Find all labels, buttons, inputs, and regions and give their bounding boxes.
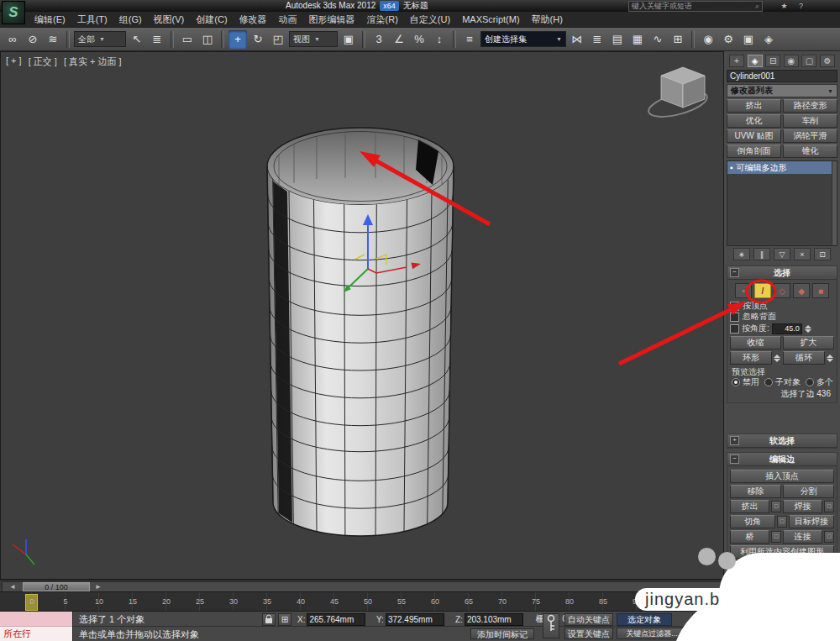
modifier-set-button[interactable]: 挤出 <box>727 99 781 113</box>
weld-button[interactable]: 焊接 <box>783 500 822 513</box>
ignore-backfacing-checkbox[interactable]: 忽略背面 <box>730 312 834 322</box>
set-key-toggle-button[interactable] <box>543 613 559 638</box>
ring-button[interactable]: 环形 <box>730 351 772 365</box>
rendered-frame-button[interactable]: ▣ <box>739 30 758 49</box>
app-logo[interactable]: S <box>2 1 25 24</box>
percent-snap-button[interactable]: % <box>410 30 428 49</box>
tab-modify[interactable]: ◈ <box>748 55 763 67</box>
soft-selection-rollout-header[interactable]: + 软选择 <box>727 434 837 448</box>
modifier-set-button[interactable]: 锥化 <box>783 144 837 158</box>
modifier-set-button[interactable]: 车削 <box>783 114 837 128</box>
view-cube[interactable] <box>646 67 710 122</box>
bridge-button[interactable]: 桥 <box>730 530 769 544</box>
shrink-button[interactable]: 收缩 <box>730 336 781 349</box>
align-button[interactable]: ≣ <box>588 30 606 49</box>
chamfer-settings-button[interactable]: □ <box>777 516 787 528</box>
by-angle-checkbox[interactable] <box>730 324 739 334</box>
menu-item-11[interactable]: 帮助(H) <box>526 12 569 27</box>
material-editor-button[interactable]: ◉ <box>699 30 717 49</box>
menu-item-7[interactable]: 图形编辑器 <box>303 12 361 27</box>
edit-edges-rollout-header[interactable]: − 编辑边 <box>727 453 837 466</box>
viewport-menu-shading[interactable]: [ 真实 + 边面 ] <box>64 55 122 68</box>
maxscript-mini-listener[interactable]: 所在行 <box>0 612 73 641</box>
modifier-list-dropdown[interactable]: 修改器列表 ▼ <box>727 84 837 97</box>
extrude-settings-button[interactable]: □ <box>771 501 781 512</box>
ring-spinner[interactable] <box>774 355 781 362</box>
select-object-button[interactable]: ↖ <box>128 30 146 49</box>
viewport-menu-pov[interactable]: [ 正交 ] <box>29 55 57 68</box>
auto-key-button[interactable]: 自动关键点 <box>564 613 613 626</box>
edit-named-selections-button[interactable]: ≡ <box>460 30 479 49</box>
edge-mode-button[interactable]: / <box>754 283 771 298</box>
viewport-canvas[interactable] <box>1 52 723 579</box>
stack-item-editable-poly[interactable]: ▪ 可编辑多边形 <box>727 161 837 174</box>
select-and-rotate-button[interactable]: ↻ <box>249 30 267 49</box>
polygon-mode-button[interactable]: ◆ <box>793 283 810 298</box>
grow-button[interactable]: 扩大 <box>783 336 834 349</box>
modifier-set-button[interactable]: UVW 贴图 <box>727 129 781 143</box>
perspective-viewport[interactable]: [ + ] [ 正交 ] [ 真实 + 边面 ] <box>0 51 724 580</box>
object-name-field[interactable]: Cylinder001 <box>727 70 837 82</box>
menu-item-4[interactable]: 创建(C) <box>190 12 233 27</box>
spinner-snap-button[interactable]: ↕ <box>430 30 449 49</box>
mirror-button[interactable]: ⋈ <box>568 30 586 49</box>
menu-item-6[interactable]: 动画 <box>273 12 303 27</box>
curve-editor-button[interactable]: ∿ <box>648 30 667 49</box>
set-key-button[interactable]: 设置关键点 <box>564 628 613 639</box>
loop-spinner[interactable] <box>827 355 834 362</box>
tab-hierarchy[interactable]: ⊟ <box>765 55 780 67</box>
window-crossing-button[interactable]: ◫ <box>198 30 217 49</box>
y-coordinate-field[interactable]: 372.495mm <box>386 613 444 626</box>
tab-create[interactable]: + <box>729 55 744 67</box>
render-production-button[interactable]: ◈ <box>759 30 778 49</box>
menu-item-0[interactable]: 编辑(E) <box>29 12 71 27</box>
select-and-move-button[interactable]: + <box>228 30 247 49</box>
z-coordinate-field[interactable]: 203.103mm <box>465 613 523 626</box>
render-setup-button[interactable]: ⚙ <box>719 30 738 49</box>
reference-coordinate-dropdown[interactable]: 视图 ▼ <box>289 31 338 47</box>
tab-motion[interactable]: ◉ <box>784 55 799 67</box>
cylinder-mesh[interactable] <box>267 128 454 536</box>
insert-vertex-button[interactable]: 插入顶点 <box>730 470 834 483</box>
show-end-result-button[interactable]: ∥ <box>753 248 770 260</box>
by-vertex-checkbox[interactable]: 按顶点 <box>730 301 834 311</box>
bind-to-space-warp-button[interactable]: ≋ <box>44 30 62 49</box>
menu-item-3[interactable]: 视图(V) <box>148 12 191 27</box>
graphite-toggle-button[interactable]: ▦ <box>628 30 647 49</box>
modifier-set-button[interactable]: 涡轮平滑 <box>783 129 837 143</box>
split-button[interactable]: 分割 <box>783 485 834 498</box>
chamfer-button[interactable]: 切角 <box>730 515 775 528</box>
select-and-scale-button[interactable]: ◰ <box>269 30 287 49</box>
remove-modifier-button[interactable]: × <box>794 248 811 260</box>
vertex-mode-button[interactable]: • <box>735 283 752 298</box>
element-mode-button[interactable]: ■ <box>812 283 829 298</box>
angle-value-field[interactable]: 45.0 <box>772 323 802 334</box>
bridge-settings-button[interactable]: □ <box>771 531 781 543</box>
tab-utilities[interactable]: ⚙ <box>820 55 835 67</box>
next-frame-arrow[interactable]: ► <box>93 582 103 591</box>
angle-snap-button[interactable]: ∠ <box>390 30 408 49</box>
make-unique-button[interactable]: ▽ <box>774 248 790 260</box>
tab-display[interactable]: ▢ <box>801 55 816 67</box>
layer-manager-button[interactable]: ▤ <box>608 30 627 49</box>
listener-line[interactable]: 所在行 <box>0 627 72 641</box>
menu-item-2[interactable]: 组(G) <box>113 12 148 27</box>
remove-button[interactable]: 移除 <box>730 485 781 498</box>
modifier-set-button[interactable]: 倒角剖面 <box>727 144 781 158</box>
radio-disabled[interactable]: 禁用 <box>732 376 759 388</box>
x-coordinate-field[interactable]: 265.764mm <box>307 613 365 626</box>
help-button[interactable]: ? <box>795 1 806 11</box>
macro-recorder-line[interactable] <box>0 612 72 627</box>
previous-frame-arrow[interactable]: ◄ <box>8 582 18 591</box>
modifier-set-button[interactable]: 路径变形 <box>783 99 837 113</box>
angle-spinner[interactable] <box>805 325 812 333</box>
communication-center-button[interactable]: ★ <box>779 1 790 11</box>
radio-multiple[interactable]: 多个 <box>806 376 833 388</box>
rectangular-selection-region-button[interactable]: ▭ <box>178 30 197 49</box>
selection-filter-dropdown[interactable]: 全部 ▼ <box>74 31 126 47</box>
menu-item-9[interactable]: 自定义(U) <box>404 12 456 27</box>
menu-item-1[interactable]: 工具(T) <box>71 12 113 27</box>
selection-lock-button[interactable] <box>262 613 276 626</box>
menu-item-10[interactable]: MAXScript(M) <box>456 12 525 27</box>
search-input[interactable]: 键入关键字或短语 ⌕ <box>628 1 763 12</box>
